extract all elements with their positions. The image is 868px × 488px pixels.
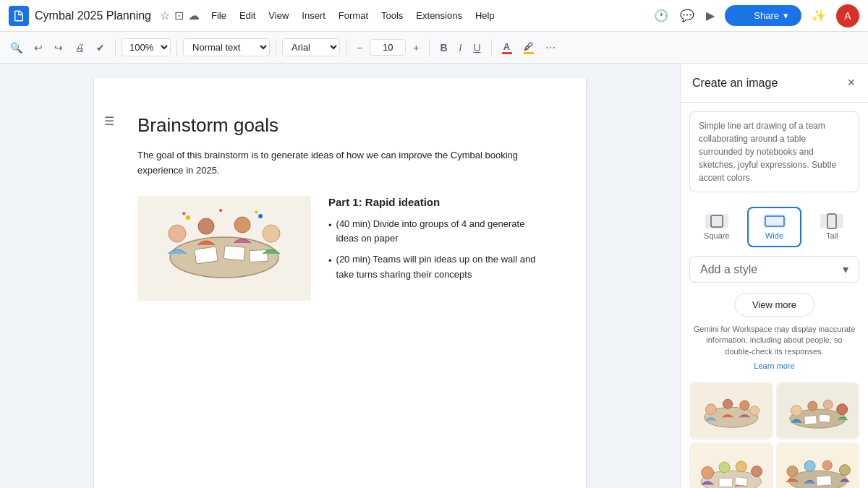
share-label: Share (754, 10, 779, 21)
font-size-increase-btn[interactable]: + (409, 39, 423, 56)
bullet-dot-1: • (328, 218, 332, 247)
bullet-text-1: (40 min) Divide into groups of 4 and gen… (336, 217, 542, 247)
text-color-btn[interactable]: A (498, 38, 516, 57)
spellcheck-btn[interactable]: ✔ (92, 39, 109, 56)
wide-tab-label: Wide (765, 231, 783, 240)
sidebar-header: Create an image × (681, 64, 868, 103)
svg-rect-30 (819, 414, 830, 422)
svg-rect-45 (816, 476, 831, 486)
toolbar-sep-2 (176, 39, 177, 56)
menu-view[interactable]: View (263, 7, 294, 24)
style-tab-tall[interactable]: Tall (804, 207, 859, 247)
add-style-label: Add a style (700, 263, 757, 276)
square-tab-label: Square (704, 231, 729, 240)
svg-point-41 (787, 466, 798, 477)
bullet-item-2: • (20 min) Teams will pin ideas up on th… (328, 252, 542, 283)
highlight-btn[interactable]: 🖊 (519, 38, 538, 57)
svg-point-42 (804, 461, 815, 471)
menu-insert[interactable]: Insert (296, 7, 331, 24)
italic-btn[interactable]: I (455, 39, 467, 56)
image-thumb-2[interactable] (776, 382, 860, 440)
svg-point-22 (750, 406, 760, 416)
more-toolbar-btn[interactable]: ⋯ (541, 39, 560, 56)
disclaimer-text: Gemini for Workspace may display inaccur… (681, 324, 868, 361)
bold-btn[interactable]: B (435, 39, 451, 56)
present-icon[interactable]: ▶ (702, 6, 719, 25)
image-thumb-3[interactable] (689, 442, 773, 488)
svg-point-28 (836, 404, 847, 415)
svg-rect-16 (827, 214, 836, 228)
svg-point-7 (234, 217, 250, 233)
undo-btn[interactable]: ↩ (30, 39, 47, 56)
menu-help[interactable]: Help (469, 7, 501, 24)
svg-point-34 (719, 462, 730, 473)
svg-text:✦: ✦ (181, 210, 187, 218)
image-thumb-4[interactable] (776, 442, 860, 488)
svg-point-8 (263, 225, 280, 242)
svg-rect-38 (735, 477, 748, 487)
learn-more-link[interactable]: Learn more (681, 361, 868, 376)
search-toolbar-btn[interactable]: 🔍 (6, 39, 27, 56)
toolbar: 🔍 ↩ ↪ 🖨 ✔ 100% Normal text Arial − + B I… (0, 32, 868, 64)
svg-rect-15 (765, 216, 784, 226)
zoom-select[interactable]: 100% (122, 38, 171, 56)
magic-icon[interactable]: ✨ (807, 6, 830, 25)
highlight-bar (524, 52, 534, 54)
font-select[interactable]: Arial (282, 38, 340, 56)
menu-file[interactable]: File (205, 7, 232, 24)
sidebar-close-button[interactable]: × (846, 74, 856, 92)
svg-rect-3 (224, 245, 244, 260)
underline-btn[interactable]: U (469, 39, 485, 56)
star-icon[interactable]: ☆ (160, 9, 170, 22)
share-icon: 👤 (738, 10, 749, 21)
prompt-text: Simple line art drawing of a team collab… (699, 121, 836, 183)
doc-icon (9, 6, 29, 26)
svg-rect-14 (711, 215, 723, 227)
comment-icon[interactable]: 💬 (676, 6, 699, 25)
svg-point-33 (702, 467, 714, 479)
style-tab-wide[interactable]: Wide (747, 207, 802, 247)
page-menu-icon[interactable]: ☰ (104, 114, 114, 128)
style-select[interactable]: Normal text (183, 38, 270, 56)
cloud-icon[interactable]: ☁ (188, 9, 200, 22)
view-more-button[interactable]: View more (734, 293, 814, 317)
history-icon[interactable]: 🕐 (650, 6, 673, 25)
svg-point-44 (839, 465, 850, 476)
svg-point-6 (198, 218, 214, 234)
move-icon[interactable]: ⊡ (174, 9, 184, 22)
toolbar-sep-6 (491, 39, 492, 56)
font-size-decrease-btn[interactable]: − (352, 39, 367, 56)
svg-rect-37 (719, 478, 733, 487)
add-style-row[interactable]: Add a style ▾ (689, 256, 859, 283)
view-more-container: View more (689, 293, 859, 317)
doc-body: The goal of this brainstorm is to genera… (137, 148, 542, 179)
svg-rect-29 (804, 416, 817, 425)
toolbar-sep-1 (115, 39, 116, 56)
image-grid (681, 376, 868, 488)
share-arrow-icon: ▾ (783, 10, 788, 21)
doc-illustration: ✦ ✦ (137, 196, 311, 301)
menu-tools[interactable]: Tools (375, 7, 409, 24)
menu-edit[interactable]: Edit (234, 7, 261, 24)
redo-btn[interactable]: ↪ (50, 39, 67, 56)
sidebar: Create an image × Simple line art drawin… (680, 64, 868, 488)
svg-point-26 (807, 401, 817, 411)
style-tab-square[interactable]: Square (689, 207, 744, 247)
print-btn[interactable]: 🖨 (70, 39, 89, 56)
menu-format[interactable]: Format (333, 7, 374, 24)
svg-point-36 (752, 466, 762, 477)
font-size-input[interactable] (370, 39, 406, 56)
menu-extensions[interactable]: Extensions (410, 7, 468, 24)
svg-text:✦: ✦ (253, 208, 259, 216)
main-content: ☰ Brainstorm goals The goal of this brai… (0, 64, 868, 488)
doc-bullets: Part 1: Rapid ideation • (40 min) Divide… (328, 196, 542, 288)
svg-point-35 (736, 461, 746, 472)
share-button[interactable]: 👤 Share ▾ (725, 5, 801, 26)
toolbar-sep-5 (429, 39, 430, 56)
image-thumb-1[interactable] (689, 382, 773, 440)
svg-point-11 (219, 209, 222, 212)
avatar[interactable]: A (836, 4, 859, 27)
bullet-dot-2: • (328, 254, 332, 283)
title-bar: Cymbal 2025 Planning ☆ ⊡ ☁ File Edit Vie… (0, 0, 868, 32)
title-icons: ☆ ⊡ ☁ (160, 9, 200, 22)
